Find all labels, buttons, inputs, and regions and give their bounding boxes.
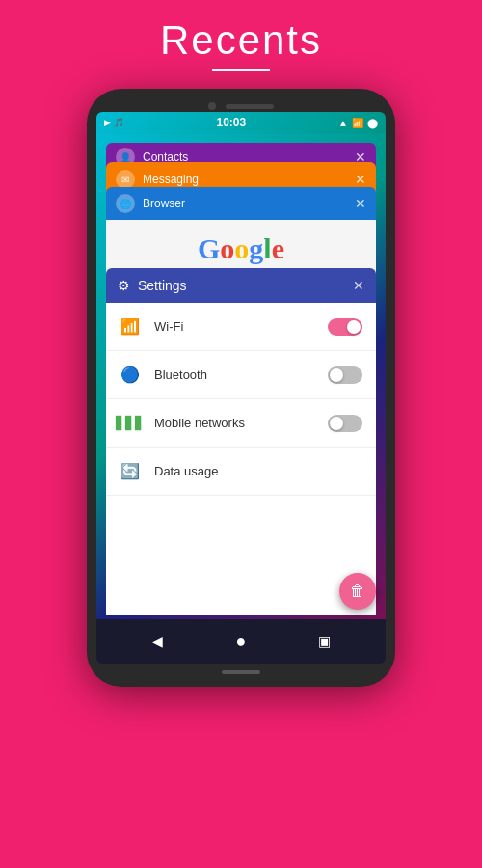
bluetooth-toggle[interactable] <box>328 366 362 384</box>
phone-shell: ▶ 🎵 10:03 ▲ 📶 ⬤ 👤 Contacts ✕ <box>87 89 395 687</box>
signal-icon: ▋▋▋ <box>116 416 145 430</box>
home-indicator <box>222 670 260 674</box>
wifi-toggle[interactable] <box>328 318 362 336</box>
camera-dot <box>208 102 216 110</box>
recents-icon: ▣ <box>318 634 331 649</box>
settings-header-left: ⚙ Settings <box>118 278 187 293</box>
browser-header: 🌐 Browser <box>116 194 355 213</box>
status-app-icons: ▶ 🎵 <box>104 118 124 127</box>
card-settings: ⚙ Settings ✕ 📶 Wi-Fi <box>106 268 376 615</box>
speaker-grill <box>226 104 274 109</box>
back-icon: ◀ <box>152 634 163 649</box>
settings-list: 📶 Wi-Fi 🔵 Bluetooth <box>106 303 376 496</box>
mobile-toggle-knob <box>330 417 343 430</box>
data-label: Data usage <box>154 464 362 478</box>
battery-status-icon: ⬤ <box>367 118 378 128</box>
bottom-nav: ◀ ● ▣ <box>96 619 386 664</box>
signal-status-icon: 📶 <box>352 118 363 128</box>
browser-card-title: Browser <box>143 197 185 210</box>
screen-bg: 👤 Contacts ✕ ✉ Messaging ✕ 🌐 <box>96 133 386 664</box>
settings-item-mobile: ▋▋▋ Mobile networks <box>106 399 376 448</box>
data-item-icon: 🔄 <box>120 461 141 482</box>
phone-bottom-bar <box>96 664 386 677</box>
status-right: ▲ 📶 ⬤ <box>338 118 378 128</box>
fab-delete-button[interactable]: 🗑 <box>339 573 376 610</box>
recents-container: 👤 Contacts ✕ ✉ Messaging ✕ 🌐 <box>106 143 376 615</box>
title-underline <box>212 69 270 71</box>
settings-card-title: Settings <box>138 278 187 293</box>
browser-close-button[interactable]: ✕ <box>355 196 366 211</box>
bluetooth-item-icon: 🔵 <box>120 365 141 386</box>
mobile-item-icon: ▋▋▋ <box>120 413 141 434</box>
wifi-label: Wi-Fi <box>154 319 314 334</box>
settings-header: ⚙ Settings ✕ <box>106 268 376 303</box>
wifi-item-icon: 📶 <box>120 316 141 338</box>
mobile-label: Mobile networks <box>154 416 314 430</box>
settings-item-wifi: 📶 Wi-Fi <box>106 303 376 351</box>
google-logo: Google <box>198 232 284 265</box>
card-browser: 🌐 Browser ✕ <box>106 187 376 220</box>
messaging-close-button[interactable]: ✕ <box>355 172 366 187</box>
settings-item-data: 🔄 Data usage <box>106 448 376 496</box>
bluetooth-label: Bluetooth <box>154 367 314 382</box>
phone-top-bar <box>96 98 386 112</box>
status-left: ▶ 🎵 <box>104 118 124 127</box>
mobile-toggle[interactable] <box>328 415 362 432</box>
trash-icon: 🗑 <box>350 583 365 600</box>
settings-gear-icon: ⚙ <box>118 278 130 293</box>
wifi-status-icon: ▲ <box>338 118 348 128</box>
bluetooth-toggle-knob <box>330 368 343 382</box>
recents-button[interactable]: ▣ <box>311 628 338 655</box>
wifi-toggle-knob <box>347 320 361 334</box>
settings-close-button[interactable]: ✕ <box>353 278 364 293</box>
home-icon: ● <box>236 632 247 652</box>
messaging-card-title: Messaging <box>143 173 199 186</box>
back-button[interactable]: ◀ <box>144 628 171 655</box>
bluetooth-icon: 🔵 <box>120 366 140 384</box>
status-bar: ▶ 🎵 10:03 ▲ 📶 ⬤ <box>96 112 386 133</box>
page-title: Recents <box>160 17 322 64</box>
clock: 10:03 <box>216 116 246 129</box>
wifi-icon: 📶 <box>120 317 140 336</box>
browser-app-icon: 🌐 <box>116 194 135 213</box>
home-button[interactable]: ● <box>228 628 254 655</box>
messaging-header: ✉ Messaging <box>116 170 355 189</box>
phone-screen: ▶ 🎵 10:03 ▲ 📶 ⬤ 👤 Contacts ✕ <box>96 112 386 664</box>
messaging-app-icon: ✉ <box>116 170 135 189</box>
data-usage-icon: 🔄 <box>120 462 140 480</box>
settings-item-bluetooth: 🔵 Bluetooth <box>106 351 376 399</box>
